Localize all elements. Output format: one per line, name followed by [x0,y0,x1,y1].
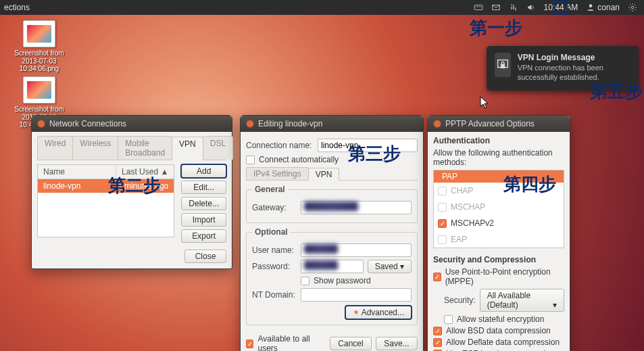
close-icon[interactable] [246,120,254,128]
cancel-button[interactable]: Cancel [330,337,372,350]
auth-method-eap[interactable]: EAP [434,231,564,248]
delete-button[interactable]: Delete... [181,197,226,210]
svg-rect-4 [480,6,481,7]
deflate-checkbox[interactable]: ✓Allow Deflate data compression [433,337,564,347]
checkbox-icon: ✓ [433,327,442,335]
chevron-down-icon: ▾ [553,300,557,310]
auth-method-mschap[interactable]: MSCHAP [434,199,564,215]
window-title: Editing linode-vpn [258,119,322,128]
password-input[interactable] [301,260,364,273]
desktop-icon-label: Screenshot from 2013-07-03 10:34:06.png [5,49,73,73]
add-button[interactable]: Add [181,164,226,178]
tab-wired[interactable]: Wired [37,136,73,160]
redacted-value [304,260,338,270]
svg-rect-1 [476,6,476,7]
password-saved-dropdown[interactable]: Saved ▾ [368,260,412,273]
tab-dsl[interactable]: DSL [203,136,233,160]
network-indicator-icon[interactable] [509,3,518,12]
anno-step3: 第三步 [348,142,401,166]
svg-rect-0 [474,5,482,10]
top-panel: ections 10:44 AM conan [0,0,644,15]
gateway-input[interactable] [301,201,412,214]
stateful-checkbox[interactable]: Allow stateful encryption [444,314,564,324]
checkbox-icon: ✓ [246,340,253,348]
bsd-checkbox[interactable]: ✓Allow BSD data compression [433,326,564,335]
security-label: Security: [444,296,476,305]
window-title: PPTP Advanced Options [445,119,535,128]
conn-name: linode-vpn [38,179,112,193]
security-dropdown[interactable]: All Available (Default) ▾ [480,289,564,312]
ntdomain-input[interactable] [301,288,412,302]
general-fieldset: General Gateway: [246,185,418,223]
anno-step5: 第五步 [590,80,643,103]
panel-title: ections [4,3,30,12]
mouse-cursor-icon [480,96,491,112]
checkbox-icon: ✓ [433,338,442,347]
authentication-heading: Authentication [433,136,564,145]
connection-type-tabs: Wired Wireless Mobile Broadband VPN DSL [37,136,226,160]
tab-vpn-settings[interactable]: VPN [308,168,340,181]
titlebar[interactable]: Network Connections [32,116,232,132]
allow-methods-label: Allow the following authentication metho… [433,148,564,167]
tab-mobile-broadband[interactable]: Mobile Broadband [118,136,172,160]
titlebar[interactable]: Editing linode-vpn [241,116,423,132]
username-label: User name: [252,245,297,255]
svg-rect-3 [478,6,479,7]
password-label: Password: [252,262,297,271]
close-icon[interactable] [37,120,45,128]
optional-legend: Optional [252,227,291,237]
optional-fieldset: Optional User name: Password: Saved ▾ Sh… [246,227,418,325]
checkbox-icon: ✓ [433,273,441,281]
gateway-label: Gateway: [252,203,297,212]
security-heading: Security and Compression [433,255,564,264]
export-button[interactable]: Export [181,229,226,243]
gear-icon[interactable] [628,3,637,12]
redacted-value [304,244,338,254]
svg-point-7 [631,6,634,9]
thumbnail-icon [23,76,55,103]
titlebar[interactable]: PPTP Advanced Options [428,116,570,132]
anno-step1: 第一步 [470,16,522,40]
sort-arrow-icon: ▲ [160,167,168,177]
general-legend: General [252,185,288,194]
show-password-checkbox[interactable]: Show password [301,276,412,285]
auth-method-mschapv2[interactable]: ✓MSCHAPv2 [434,215,564,231]
ntdomain-label: NT Domain: [252,290,297,300]
vpn-subtabs: IPv4 Settings VPN [246,167,418,181]
window-title: Network Connections [49,119,126,128]
svg-rect-9 [501,64,505,68]
save-button[interactable]: Save... [376,337,418,350]
pptp-advanced-window: PPTP Advanced Options Authentication All… [427,115,570,351]
keyboard-indicator-icon[interactable] [474,3,483,12]
svg-rect-2 [477,6,478,7]
col-name-header[interactable]: Name [38,165,116,179]
connection-name-label: Connection name: [246,141,314,150]
volume-indicator-icon[interactable] [526,3,536,12]
chevron-down-icon: ▾ [400,262,404,271]
desktop-icon[interactable]: Screenshot from 2013-07-03 10:34:06.png [5,20,73,73]
advanced-icon: ✶ [353,308,360,317]
user-menu[interactable]: conan [586,3,620,12]
tab-ipv4[interactable]: IPv4 Settings [246,167,309,180]
close-icon[interactable] [433,120,441,128]
mppe-checkbox[interactable]: ✓Use Point-to-Point encryption (MPPE) [433,267,564,286]
thumbnail-icon [23,20,55,47]
available-to-all-checkbox[interactable]: ✓ Available to all users [246,334,322,351]
checkbox-icon [246,156,255,164]
mail-indicator-icon[interactable] [491,3,501,12]
username-input[interactable] [301,243,412,257]
import-button[interactable]: Import [181,213,226,227]
checkbox-icon [444,315,453,324]
anno-step4: 第四步 [503,172,556,196]
checkbox-icon [301,277,309,285]
user-name: conan [597,3,620,12]
edit-button[interactable]: Edit... [181,181,226,194]
notification-title: VPN Login Message [518,53,629,62]
redacted-value [304,202,358,211]
close-button[interactable]: Close [184,250,226,263]
tab-vpn[interactable]: VPN [172,137,203,160]
advanced-button[interactable]: ✶ Advanced... [345,306,412,319]
tab-wireless[interactable]: Wireless [72,136,118,160]
anno-step2: 第二步 [108,174,161,197]
lock-icon [495,53,511,77]
